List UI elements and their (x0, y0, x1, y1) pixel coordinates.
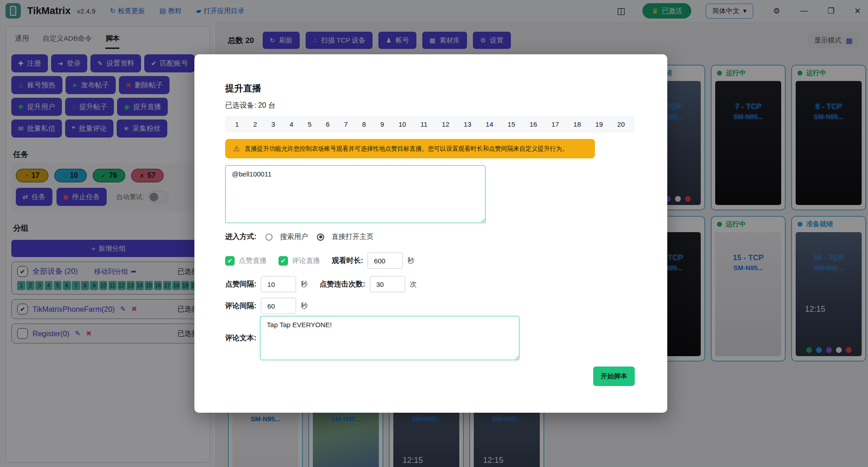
comment-interval-label: 评论间隔: (225, 301, 256, 311)
device-number[interactable]: 18 (573, 120, 581, 128)
device-number[interactable]: 12 (442, 120, 449, 128)
device-number[interactable]: 20 (617, 120, 625, 128)
target-user-textarea[interactable]: @bell100011 (225, 165, 486, 223)
device-number[interactable]: 9 (380, 120, 384, 128)
check-icon: ✔ (281, 257, 286, 264)
comment-text-label: 评论文本: (225, 334, 256, 343)
like-live-checkbox[interactable]: ✔ (225, 256, 235, 266)
enter-mode-label: 进入方式: (225, 232, 256, 242)
like-combo-label: 点赞连击次数: (320, 280, 365, 289)
device-number[interactable]: 10 (398, 120, 406, 128)
like-interval-unit: 秒 (301, 280, 308, 289)
comment-live-checkbox[interactable]: ✔ (278, 256, 288, 266)
device-number[interactable]: 8 (362, 120, 366, 128)
modal-title: 提升直播 (225, 82, 635, 95)
device-number[interactable]: 11 (420, 120, 428, 128)
warning-icon: ⚠ (233, 144, 240, 153)
device-number[interactable]: 16 (529, 120, 537, 128)
boost-live-modal: 提升直播 已选设备: 20 台 123456789101112131415161… (194, 54, 667, 413)
watch-duration-input[interactable] (368, 253, 403, 269)
like-combo-input[interactable] (370, 276, 405, 292)
radio-open-homepage-label[interactable]: 直接打开主页 (331, 232, 373, 242)
radio-search-user-label[interactable]: 搜索用户 (280, 232, 308, 242)
like-interval-input[interactable] (261, 276, 296, 292)
radio-search-user[interactable] (265, 234, 273, 241)
device-number[interactable]: 15 (508, 120, 515, 128)
selected-devices-label: 已选设备: 20 台 (225, 101, 635, 110)
device-number[interactable]: 14 (486, 120, 493, 128)
comment-live-label[interactable]: 评论直播 (292, 256, 320, 266)
comment-text-textarea[interactable]: Tap Tap EVERYONE! (260, 316, 519, 360)
like-live-label[interactable]: 点赞直播 (239, 256, 267, 266)
device-number[interactable]: 5 (308, 120, 311, 128)
check-icon: ✔ (227, 257, 232, 264)
warning-banner: ⚠ 直播提升功能允许您控制农场账号观看并可选择性地点赞目标直播。您可以设置观看时… (225, 139, 595, 158)
device-number[interactable]: 2 (253, 120, 257, 128)
watch-duration-unit: 秒 (407, 256, 415, 266)
start-script-button[interactable]: 开始脚本 (593, 367, 635, 386)
device-number[interactable]: 19 (595, 120, 603, 128)
comment-interval-input[interactable] (261, 298, 296, 314)
comment-interval-unit: 秒 (301, 301, 308, 311)
device-number-strip: 1234567891011121314151617181920 (225, 116, 635, 133)
like-combo-unit: 次 (410, 280, 417, 289)
device-number[interactable]: 4 (289, 120, 293, 128)
radio-open-homepage[interactable] (317, 234, 324, 241)
device-number[interactable]: 17 (552, 120, 559, 128)
device-number[interactable]: 6 (326, 120, 330, 128)
device-number[interactable]: 7 (344, 120, 348, 128)
watch-duration-label: 观看时长: (332, 256, 363, 266)
device-number[interactable]: 13 (464, 120, 472, 128)
device-number[interactable]: 1 (235, 120, 239, 128)
like-interval-label: 点赞间隔: (225, 280, 256, 289)
device-number[interactable]: 3 (271, 120, 275, 128)
